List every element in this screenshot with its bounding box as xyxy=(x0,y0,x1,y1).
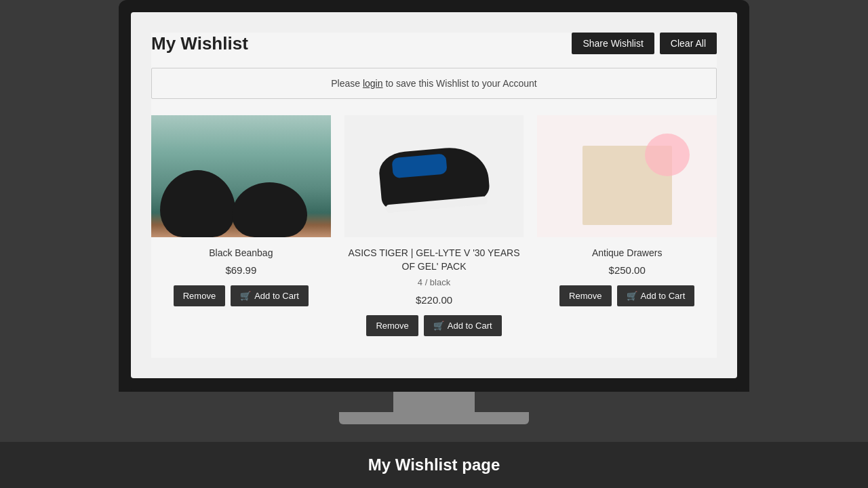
sneaker-image xyxy=(344,115,524,237)
add-to-cart-label-sneaker: Add to Cart xyxy=(448,321,492,331)
remove-button-beanbag[interactable]: Remove xyxy=(174,285,225,306)
add-to-cart-button-beanbag[interactable]: 🛒 Add to Cart xyxy=(231,285,309,306)
product-image-sneaker xyxy=(344,115,524,237)
page-wrapper: My Wishlist Share Wishlist Clear All Ple… xyxy=(0,0,868,488)
product-name-sneaker: ASICS TIGER | GEL-LYTE V '30 YEARS OF GE… xyxy=(344,247,524,273)
clear-all-button[interactable]: Clear All xyxy=(660,33,717,54)
add-to-cart-label-drawers: Add to Cart xyxy=(641,291,686,301)
beanbag-image xyxy=(151,115,331,237)
product-image-beanbag xyxy=(151,115,331,237)
cart-icon-beanbag: 🛒 xyxy=(240,291,251,301)
bottom-bar: My Wishlist page xyxy=(0,442,868,488)
remove-button-sneaker[interactable]: Remove xyxy=(366,315,418,336)
product-name-drawers: Antique Drawers xyxy=(592,247,663,260)
sneaker-shape xyxy=(378,144,490,208)
product-card-beanbag: Black Beanbag $69.99 Remove 🛒 Add to Car… xyxy=(151,115,331,336)
add-to-cart-label-beanbag: Add to Cart xyxy=(254,291,299,301)
header-buttons: Share Wishlist Clear All xyxy=(572,33,717,54)
monitor-frame: My Wishlist Share Wishlist Clear All Ple… xyxy=(119,0,749,392)
remove-button-drawers[interactable]: Remove xyxy=(559,285,611,306)
monitor-base xyxy=(339,412,529,424)
page-header: My Wishlist Share Wishlist Clear All xyxy=(151,33,717,54)
cart-icon-drawers: 🛒 xyxy=(627,291,637,301)
product-card-drawers: Antique Drawers $250.00 Remove 🛒 Add to … xyxy=(537,115,717,336)
product-price-drawers: $250.00 xyxy=(609,264,646,276)
monitor-chin xyxy=(131,378,737,392)
cart-icon-sneaker: 🛒 xyxy=(433,321,444,331)
monitor-neck xyxy=(393,392,475,412)
page-title: My Wishlist xyxy=(151,33,248,54)
share-wishlist-button[interactable]: Share Wishlist xyxy=(572,33,654,54)
page-container: My Wishlist Share Wishlist Clear All Ple… xyxy=(151,33,717,358)
add-to-cart-button-sneaker[interactable]: 🛒 Add to Cart xyxy=(424,315,502,336)
login-link[interactable]: login xyxy=(363,78,383,89)
monitor-screen: My Wishlist Share Wishlist Clear All Ple… xyxy=(131,12,737,378)
product-actions-drawers: Remove 🛒 Add to Cart xyxy=(559,285,694,306)
product-price-beanbag: $69.99 xyxy=(225,264,256,276)
product-card-sneaker: ASICS TIGER | GEL-LYTE V '30 YEARS OF GE… xyxy=(344,115,524,336)
monitor-stand xyxy=(119,392,749,424)
product-actions-beanbag: Remove 🛒 Add to Cart xyxy=(174,285,309,306)
login-notice: Please login to save this Wishlist to yo… xyxy=(151,68,717,99)
product-variant-sneaker: 4 / black xyxy=(418,277,450,287)
bottom-bar-text: My Wishlist page xyxy=(368,455,500,474)
product-name-beanbag: Black Beanbag xyxy=(209,247,273,260)
notice-text-after: to save this Wishlist to your Account xyxy=(383,78,537,89)
products-grid: Black Beanbag $69.99 Remove 🛒 Add to Car… xyxy=(151,115,717,336)
product-price-sneaker: $220.00 xyxy=(416,294,452,306)
add-to-cart-button-drawers[interactable]: 🛒 Add to Cart xyxy=(617,285,695,306)
product-actions-sneaker: Remove 🛒 Add to Cart xyxy=(366,315,501,336)
notice-text-before: Please xyxy=(331,78,363,89)
drawers-image xyxy=(537,115,717,237)
product-image-drawers xyxy=(537,115,717,237)
